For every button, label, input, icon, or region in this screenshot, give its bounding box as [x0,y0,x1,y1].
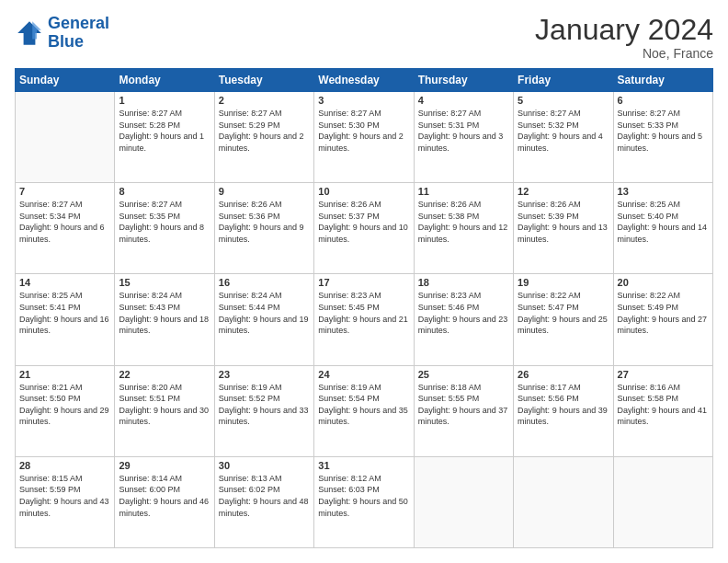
day-cell [514,456,613,547]
day-number: 25 [418,369,509,380]
day-info: Sunrise: 8:24 AMSunset: 5:44 PMDaylight:… [219,290,310,336]
day-info: Sunrise: 8:23 AMSunset: 5:46 PMDaylight:… [418,290,509,336]
day-info: Sunrise: 8:27 AMSunset: 5:33 PMDaylight:… [618,108,709,154]
day-info: Sunrise: 8:22 AMSunset: 5:49 PMDaylight:… [618,290,709,336]
day-info: Sunrise: 8:27 AMSunset: 5:34 PMDaylight:… [19,199,110,245]
day-cell: 23Sunrise: 8:19 AMSunset: 5:52 PMDayligh… [214,365,313,456]
calendar-body: 1Sunrise: 8:27 AMSunset: 5:28 PMDaylight… [16,92,713,548]
day-cell: 30Sunrise: 8:13 AMSunset: 6:02 PMDayligh… [214,456,313,547]
logo-icon [15,18,44,48]
column-header-friday: Friday [514,69,613,92]
day-number: 12 [518,186,609,197]
day-cell: 27Sunrise: 8:16 AMSunset: 5:58 PMDayligh… [613,365,712,456]
day-info: Sunrise: 8:27 AMSunset: 5:35 PMDaylight:… [119,199,210,245]
day-number: 26 [518,369,609,380]
day-cell: 25Sunrise: 8:18 AMSunset: 5:55 PMDayligh… [414,365,513,456]
day-cell: 17Sunrise: 8:23 AMSunset: 5:45 PMDayligh… [314,274,414,365]
day-number: 31 [318,460,409,471]
week-row-5: 28Sunrise: 8:15 AMSunset: 5:59 PMDayligh… [16,456,713,547]
day-number: 21 [19,369,110,380]
day-number: 23 [219,369,310,380]
day-cell [16,92,115,183]
day-number: 18 [418,277,509,288]
day-info: Sunrise: 8:13 AMSunset: 6:02 PMDaylight:… [219,473,310,519]
day-cell: 31Sunrise: 8:12 AMSunset: 6:03 PMDayligh… [314,456,414,547]
day-info: Sunrise: 8:26 AMSunset: 5:38 PMDaylight:… [418,199,509,245]
day-info: Sunrise: 8:19 AMSunset: 5:54 PMDaylight:… [318,382,409,428]
day-info: Sunrise: 8:14 AMSunset: 6:00 PMDaylight:… [119,473,210,519]
day-cell: 19Sunrise: 8:22 AMSunset: 5:47 PMDayligh… [514,274,613,365]
day-cell: 13Sunrise: 8:25 AMSunset: 5:40 PMDayligh… [613,183,712,274]
logo-text: General Blue [48,15,109,52]
day-cell: 24Sunrise: 8:19 AMSunset: 5:54 PMDayligh… [314,365,414,456]
day-number: 11 [418,186,509,197]
day-info: Sunrise: 8:18 AMSunset: 5:55 PMDaylight:… [418,382,509,428]
week-row-3: 14Sunrise: 8:25 AMSunset: 5:41 PMDayligh… [16,274,713,365]
day-number: 30 [219,460,310,471]
column-header-wednesday: Wednesday [314,69,414,92]
calendar-page: General Blue January 2024 Noe, France Su… [0,0,728,563]
logo: General Blue [15,15,109,52]
calendar-table: SundayMondayTuesdayWednesdayThursdayFrid… [15,68,713,548]
location: Noe, France [535,46,713,61]
day-cell: 1Sunrise: 8:27 AMSunset: 5:28 PMDaylight… [115,92,214,183]
svg-marker-0 [17,21,41,45]
day-info: Sunrise: 8:12 AMSunset: 6:03 PMDaylight:… [318,473,409,519]
day-info: Sunrise: 8:22 AMSunset: 5:47 PMDaylight:… [518,290,609,336]
day-number: 1 [119,95,210,106]
svg-marker-1 [32,21,41,39]
day-cell: 5Sunrise: 8:27 AMSunset: 5:32 PMDaylight… [514,92,613,183]
day-cell: 16Sunrise: 8:24 AMSunset: 5:44 PMDayligh… [214,274,313,365]
day-cell: 9Sunrise: 8:26 AMSunset: 5:36 PMDaylight… [214,183,313,274]
day-number: 19 [518,277,609,288]
column-header-sunday: Sunday [16,69,115,92]
day-info: Sunrise: 8:25 AMSunset: 5:40 PMDaylight:… [618,199,709,245]
day-info: Sunrise: 8:27 AMSunset: 5:32 PMDaylight:… [518,108,609,154]
day-info: Sunrise: 8:16 AMSunset: 5:58 PMDaylight:… [618,382,709,428]
day-number: 2 [219,95,310,106]
day-cell: 14Sunrise: 8:25 AMSunset: 5:41 PMDayligh… [16,274,115,365]
day-cell: 20Sunrise: 8:22 AMSunset: 5:49 PMDayligh… [613,274,712,365]
day-info: Sunrise: 8:26 AMSunset: 5:36 PMDaylight:… [219,199,310,245]
day-info: Sunrise: 8:23 AMSunset: 5:45 PMDaylight:… [318,290,409,336]
day-number: 6 [618,95,709,106]
header: General Blue January 2024 Noe, France [15,15,713,61]
month-title: January 2024 [535,15,713,44]
day-number: 24 [318,369,409,380]
day-cell: 18Sunrise: 8:23 AMSunset: 5:46 PMDayligh… [414,274,513,365]
day-number: 15 [119,277,210,288]
day-number: 9 [219,186,310,197]
column-header-monday: Monday [115,69,214,92]
header-row: SundayMondayTuesdayWednesdayThursdayFrid… [16,69,713,92]
day-cell: 26Sunrise: 8:17 AMSunset: 5:56 PMDayligh… [514,365,613,456]
day-number: 27 [618,369,709,380]
day-cell: 6Sunrise: 8:27 AMSunset: 5:33 PMDaylight… [613,92,712,183]
day-cell: 8Sunrise: 8:27 AMSunset: 5:35 PMDaylight… [115,183,214,274]
day-number: 16 [219,277,310,288]
day-cell: 2Sunrise: 8:27 AMSunset: 5:29 PMDaylight… [214,92,313,183]
day-info: Sunrise: 8:27 AMSunset: 5:28 PMDaylight:… [119,108,210,154]
day-number: 17 [318,277,409,288]
day-cell: 3Sunrise: 8:27 AMSunset: 5:30 PMDaylight… [314,92,414,183]
day-cell: 29Sunrise: 8:14 AMSunset: 6:00 PMDayligh… [115,456,214,547]
day-number: 22 [119,369,210,380]
day-info: Sunrise: 8:15 AMSunset: 5:59 PMDaylight:… [19,473,110,519]
day-cell: 11Sunrise: 8:26 AMSunset: 5:38 PMDayligh… [414,183,513,274]
day-number: 13 [618,186,709,197]
day-number: 5 [518,95,609,106]
day-info: Sunrise: 8:27 AMSunset: 5:29 PMDaylight:… [219,108,310,154]
day-number: 10 [318,186,409,197]
day-info: Sunrise: 8:24 AMSunset: 5:43 PMDaylight:… [119,290,210,336]
day-number: 7 [19,186,110,197]
day-info: Sunrise: 8:25 AMSunset: 5:41 PMDaylight:… [19,290,110,336]
column-header-thursday: Thursday [414,69,513,92]
day-number: 8 [119,186,210,197]
day-info: Sunrise: 8:27 AMSunset: 5:31 PMDaylight:… [418,108,509,154]
day-cell: 28Sunrise: 8:15 AMSunset: 5:59 PMDayligh… [16,456,115,547]
day-cell: 15Sunrise: 8:24 AMSunset: 5:43 PMDayligh… [115,274,214,365]
day-number: 14 [19,277,110,288]
day-number: 29 [119,460,210,471]
day-info: Sunrise: 8:17 AMSunset: 5:56 PMDaylight:… [518,382,609,428]
week-row-4: 21Sunrise: 8:21 AMSunset: 5:50 PMDayligh… [16,365,713,456]
column-header-tuesday: Tuesday [214,69,313,92]
